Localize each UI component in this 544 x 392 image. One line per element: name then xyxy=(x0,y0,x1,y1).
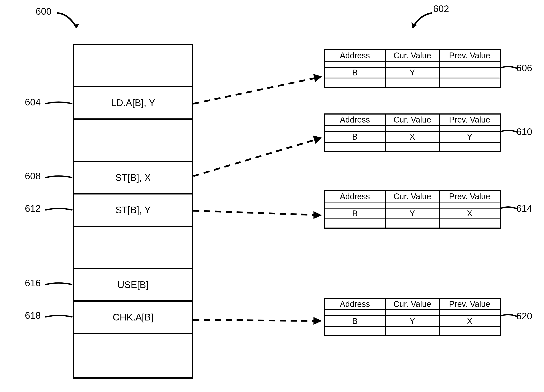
th-prev: Prev. Value xyxy=(440,50,500,61)
ref-label-620: 620 xyxy=(516,311,532,321)
tick-608 xyxy=(45,173,73,182)
cell-empty xyxy=(325,78,386,87)
svg-line-8 xyxy=(193,320,317,321)
instr-row-use: USE[B] xyxy=(74,269,192,302)
ref-label-600: 600 xyxy=(36,6,51,17)
cell-empty xyxy=(386,219,439,228)
cell-empty xyxy=(386,126,439,131)
state-table-620: Address Cur. Value Prev. Value B Y X xyxy=(324,298,501,336)
cell-empty xyxy=(440,327,500,335)
th-address: Address xyxy=(325,114,386,125)
ref-label-606: 606 xyxy=(516,63,532,73)
cell-empty xyxy=(386,143,439,151)
cell-prev xyxy=(440,68,500,77)
cell-empty xyxy=(440,126,500,131)
instr-row-9 xyxy=(74,334,192,376)
cell-empty xyxy=(325,202,386,208)
cell-addr: B xyxy=(325,68,386,77)
tick-612 xyxy=(45,206,73,214)
dashed-arrow-618-620 xyxy=(193,315,327,327)
instr-row-6 xyxy=(74,227,192,269)
cell-cur: Y xyxy=(386,316,439,326)
tick-616 xyxy=(45,280,73,289)
dashed-arrow-612-614 xyxy=(193,208,327,220)
th-cur: Cur. Value xyxy=(386,191,439,202)
instruction-column: LD.A[B], Y ST[B], X ST[B], Y USE[B] CHK.… xyxy=(73,44,193,379)
th-prev: Prev. Value xyxy=(440,191,500,202)
cell-prev: Y xyxy=(440,132,500,142)
cell-empty xyxy=(386,202,439,208)
cell-empty xyxy=(440,202,500,208)
arrow-602 xyxy=(404,9,434,35)
th-prev: Prev. Value xyxy=(440,114,500,125)
cell-empty xyxy=(325,219,386,228)
dashed-arrow-604-606 xyxy=(193,73,327,108)
th-address: Address xyxy=(325,191,386,202)
th-cur: Cur. Value xyxy=(386,114,439,125)
cell-empty xyxy=(325,143,386,151)
state-table-610: Address Cur. Value Prev. Value B X Y xyxy=(324,113,501,152)
ref-label-610: 610 xyxy=(516,126,532,137)
instr-row-chk: CHK.A[B] xyxy=(74,302,192,334)
cell-empty xyxy=(386,310,439,315)
cell-addr: B xyxy=(325,316,386,326)
cell-cur: Y xyxy=(386,68,439,77)
ref-label-612: 612 xyxy=(25,203,41,214)
cell-empty xyxy=(440,310,500,315)
tick-604 xyxy=(45,99,73,108)
svg-marker-9 xyxy=(313,317,322,325)
cell-prev: X xyxy=(440,316,500,326)
instr-row-stby: ST[B], Y xyxy=(74,195,192,227)
cell-cur: X xyxy=(386,132,439,142)
th-address: Address xyxy=(325,299,386,309)
cell-empty xyxy=(386,62,439,67)
state-table-614: Address Cur. Value Prev. Value B Y X xyxy=(324,190,501,229)
instr-row-stbx: ST[B], X xyxy=(74,162,192,195)
tick-610 xyxy=(501,128,518,136)
cell-cur: Y xyxy=(386,208,439,219)
th-cur: Cur. Value xyxy=(386,50,439,61)
svg-marker-7 xyxy=(313,211,322,219)
ref-label-602: 602 xyxy=(433,3,449,14)
th-address: Address xyxy=(325,50,386,61)
svg-marker-3 xyxy=(313,74,322,82)
cell-prev: X xyxy=(440,208,500,219)
ref-label-604: 604 xyxy=(25,97,41,108)
tick-620 xyxy=(501,312,518,321)
tick-618 xyxy=(45,313,73,321)
state-table-606: Address Cur. Value Prev. Value B Y xyxy=(324,49,501,88)
cell-empty xyxy=(440,78,500,87)
instr-row-3 xyxy=(74,120,192,162)
tick-606 xyxy=(501,64,518,73)
cell-empty xyxy=(386,78,439,87)
cell-empty xyxy=(325,327,386,335)
cell-empty xyxy=(440,62,500,67)
instr-row-1 xyxy=(74,45,192,87)
ref-label-618: 618 xyxy=(25,310,41,321)
svg-line-4 xyxy=(193,139,317,176)
cell-empty xyxy=(325,126,386,131)
arrow-600 xyxy=(56,11,84,35)
th-cur: Cur. Value xyxy=(386,299,439,309)
svg-line-6 xyxy=(193,211,317,215)
instr-row-lda: LD.A[B], Y xyxy=(74,87,192,120)
cell-empty xyxy=(386,327,439,335)
cell-empty xyxy=(440,143,500,151)
svg-line-2 xyxy=(193,78,317,104)
ref-label-616: 616 xyxy=(25,278,41,289)
ref-label-608: 608 xyxy=(25,171,41,182)
th-prev: Prev. Value xyxy=(440,299,500,309)
ref-label-614: 614 xyxy=(516,203,532,214)
cell-empty xyxy=(325,310,386,315)
cell-empty xyxy=(325,62,386,67)
cell-empty xyxy=(440,219,500,228)
svg-marker-5 xyxy=(313,136,322,144)
dashed-arrow-608-610 xyxy=(193,134,327,182)
cell-addr: B xyxy=(325,208,386,219)
tick-614 xyxy=(501,204,518,213)
cell-addr: B xyxy=(325,132,386,142)
